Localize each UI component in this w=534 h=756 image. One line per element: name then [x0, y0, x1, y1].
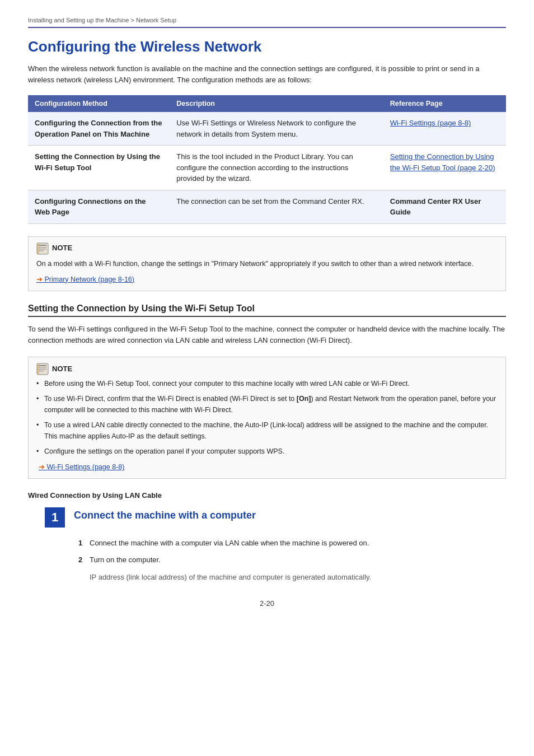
- svg-rect-5: [37, 243, 39, 254]
- note1-link[interactable]: Primary Network (page 8-16): [36, 276, 134, 283]
- col-header-method: Configuration Method: [28, 95, 170, 112]
- note-box-1: NOTE On a model with a Wi-Fi function, c…: [28, 236, 506, 291]
- page-title: Configuring the Wireless Network: [28, 38, 506, 55]
- wired-heading: Wired Connection by Using LAN Cable: [28, 491, 506, 500]
- table-cell-method: Configuring Connections on the Web Page: [28, 190, 170, 223]
- svg-rect-4: [39, 250, 44, 251]
- step-item-text-1: Connect the machine with a computer via …: [90, 538, 369, 549]
- note2-bullet-4: Configure the settings on the operation …: [36, 446, 498, 457]
- reference-link[interactable]: Setting the Connection by Using the Wi-F…: [390, 152, 495, 172]
- svg-rect-3: [39, 249, 46, 250]
- step1-sub-2: 2 Turn on the computer.: [78, 554, 506, 566]
- step-1-title: Connect the machine with a computer: [74, 507, 256, 521]
- col-header-reference: Reference Page: [383, 95, 506, 112]
- table-cell-reference[interactable]: Wi-Fi Settings (page 8-8): [383, 112, 506, 146]
- table-cell-description: Use Wi-Fi Settings or Wireless Network t…: [170, 112, 383, 146]
- note2-bullet-2: To use Wi-Fi Direct, confirm that the Wi…: [36, 394, 498, 416]
- breadcrumb: Installing and Setting up the Machine > …: [28, 17, 506, 28]
- step-1-block: 1 Connect the machine with a computer: [28, 507, 506, 528]
- section2-body: To send the Wi-Fi settings configured in…: [28, 324, 506, 347]
- note2-bullet-1: Before using the Wi-Fi Setup Tool, conne…: [36, 379, 498, 389]
- svg-rect-8: [39, 367, 46, 368]
- step1-items: 1 Connect the machine with a computer vi…: [28, 538, 506, 582]
- table-cell-reference[interactable]: Setting the Connection by Using the Wi-F…: [383, 146, 506, 190]
- note-icon-2: [36, 363, 49, 375]
- svg-rect-1: [39, 245, 46, 246]
- table-cell-method: Setting the Connection by Using the Wi-F…: [28, 146, 170, 190]
- step-item-num-2: 2: [78, 554, 90, 566]
- svg-rect-7: [39, 365, 46, 366]
- note-icon-1: [36, 242, 49, 255]
- note2-link[interactable]: Wi-Fi Settings (page 8-8): [39, 463, 124, 471]
- note2-bullets: Before using the Wi-Fi Setup Tool, conne…: [36, 379, 498, 457]
- note-header-1: NOTE: [36, 242, 498, 255]
- section2-heading: Setting the Connection by Using the Wi-F…: [28, 304, 506, 317]
- step-item-text-2: Turn on the computer.: [90, 554, 161, 566]
- step-1-number: 1: [45, 507, 65, 528]
- note-header-2: NOTE: [36, 363, 498, 375]
- table-row: Configuring the Connection from the Oper…: [28, 112, 506, 146]
- intro-text: When the wireless network function is av…: [28, 63, 506, 85]
- step-item-subtext-2: IP address (link local address) of the m…: [78, 572, 506, 583]
- note-box-2: NOTE Before using the Wi-Fi Setup Tool, …: [28, 357, 506, 479]
- reference-link[interactable]: Wi-Fi Settings (page 8-8): [390, 119, 471, 127]
- note1-text: On a model with a Wi-Fi function, change…: [36, 258, 498, 269]
- page-number: 2-20: [28, 599, 506, 608]
- col-header-description: Description: [170, 95, 383, 112]
- step-item-num-1: 1: [78, 538, 90, 549]
- table-cell-method: Configuring the Connection from the Oper…: [28, 112, 170, 146]
- table-row: Configuring Connections on the Web PageT…: [28, 190, 506, 223]
- step1-sub-1: 1 Connect the machine with a computer vi…: [78, 538, 506, 549]
- svg-rect-10: [39, 371, 44, 372]
- svg-rect-2: [39, 247, 46, 248]
- table-cell-description: The connection can be set from the Comma…: [170, 190, 383, 223]
- note1-link-row[interactable]: Primary Network (page 8-16): [36, 274, 498, 285]
- note2-link-row[interactable]: Wi-Fi Settings (page 8-8): [36, 461, 498, 473]
- config-table: Configuration Method Description Referen…: [28, 95, 506, 224]
- table-row: Setting the Connection by Using the Wi-F…: [28, 146, 506, 190]
- svg-rect-9: [39, 369, 46, 370]
- svg-rect-11: [37, 363, 39, 375]
- table-cell-reference: Command Center RX User Guide: [383, 190, 506, 223]
- table-cell-description: This is the tool included in the Product…: [170, 146, 383, 190]
- note2-bullet-3: To use a wired LAN cable directly connec…: [36, 420, 498, 442]
